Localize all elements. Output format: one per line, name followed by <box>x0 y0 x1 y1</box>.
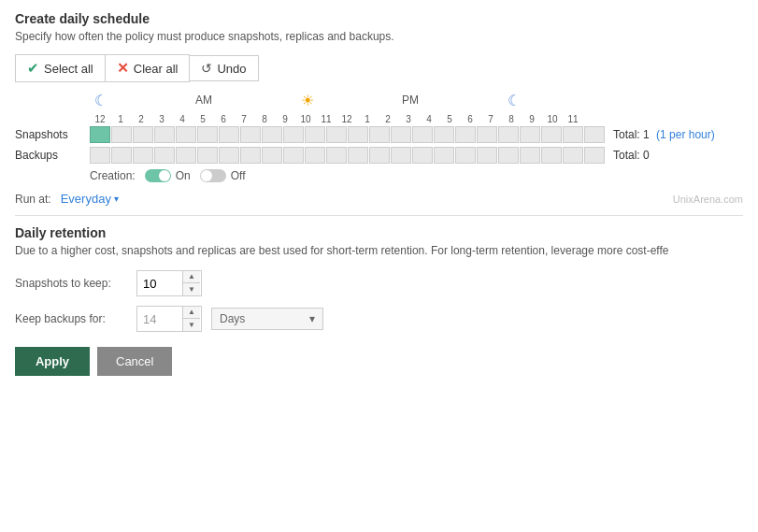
backup-cell[interactable] <box>154 147 175 164</box>
snapshot-cell[interactable] <box>262 126 282 143</box>
backups-keep-input[interactable] <box>137 309 182 330</box>
hour-label: 3 <box>398 114 419 124</box>
period-icons-row: ☾ AM ☀ PM ☾ <box>15 90 743 110</box>
backup-cell[interactable] <box>240 147 261 164</box>
backup-cell[interactable] <box>326 147 347 164</box>
snapshot-cell[interactable] <box>391 126 411 143</box>
backups-label: Backups <box>15 149 90 162</box>
snapshots-keep-spinner[interactable]: ▲ ▼ <box>136 270 202 296</box>
backup-cell[interactable] <box>305 147 325 164</box>
hour-label: 4 <box>419 114 439 124</box>
on-label: On <box>176 169 191 182</box>
snapshot-cell[interactable] <box>111 126 132 143</box>
schedule-grid: ☾ AM ☀ PM ☾ 1212345678910111212345678910… <box>15 90 743 182</box>
toggle-on[interactable]: On <box>145 169 191 182</box>
backup-cell[interactable] <box>434 147 454 164</box>
watermark: UnixArena.com <box>673 194 743 205</box>
toolbar: ✔ Select all ✕ Clear all ↺ Undo <box>15 54 743 82</box>
backup-cell[interactable] <box>563 147 583 164</box>
snapshot-cell[interactable] <box>176 126 196 143</box>
hour-label: 11 <box>316 114 336 124</box>
snapshots-keep-input[interactable] <box>137 273 182 295</box>
backups-keep-spinner-btns: ▲ ▼ <box>182 307 200 331</box>
snapshot-cell[interactable] <box>412 126 433 143</box>
cancel-button[interactable]: Cancel <box>97 347 172 376</box>
backups-keep-down-button[interactable]: ▼ <box>183 319 200 331</box>
snapshots-cells <box>90 126 606 143</box>
run-at-value: Everyday <box>61 192 111 206</box>
backups-unit-select[interactable]: Days ▾ <box>211 308 323 330</box>
hour-label: 3 <box>151 114 172 124</box>
backups-keep-up-button[interactable]: ▲ <box>183 307 200 319</box>
snapshot-cell[interactable] <box>348 126 368 143</box>
hour-label: 4 <box>172 114 193 124</box>
snapshot-cell[interactable] <box>240 126 261 143</box>
backup-cell[interactable] <box>348 147 368 164</box>
toggle-off-circle <box>200 169 226 182</box>
backup-cell[interactable] <box>176 147 196 164</box>
retention-desc: Due to a higher cost, snapshots and repl… <box>15 244 743 257</box>
snapshot-cell[interactable] <box>434 126 454 143</box>
snapshots-keep-down-button[interactable]: ▼ <box>183 283 200 295</box>
snapshot-cell[interactable] <box>520 126 540 143</box>
backup-cell[interactable] <box>520 147 540 164</box>
backup-cell[interactable] <box>197 147 218 164</box>
undo-label: Undo <box>217 62 246 76</box>
section-title: Create daily schedule <box>15 11 743 26</box>
snapshot-cell[interactable] <box>326 126 347 143</box>
backup-cell[interactable] <box>455 147 476 164</box>
backup-cell[interactable] <box>133 147 153 164</box>
toggle-off[interactable]: Off <box>200 169 246 182</box>
snapshot-cell[interactable] <box>584 126 605 143</box>
backup-cell[interactable] <box>541 147 562 164</box>
pm-label: PM <box>402 93 419 107</box>
backup-cell[interactable] <box>391 147 411 164</box>
backups-keep-row: Keep backups for: ▲ ▼ Days ▾ <box>15 306 743 332</box>
backups-keep-spinner[interactable]: ▲ ▼ <box>136 306 202 332</box>
clear-all-button[interactable]: ✕ Clear all <box>105 54 191 82</box>
snapshots-keep-row: Snapshots to keep: ▲ ▼ <box>15 270 743 296</box>
snapshot-cell[interactable] <box>563 126 583 143</box>
snapshot-cell[interactable] <box>305 126 325 143</box>
hour-label: 6 <box>460 114 480 124</box>
snapshot-cell[interactable] <box>541 126 562 143</box>
backup-cell[interactable] <box>111 147 132 164</box>
backup-cell[interactable] <box>283 147 304 164</box>
snapshot-cell[interactable] <box>369 126 390 143</box>
snapshot-cell[interactable] <box>154 126 175 143</box>
run-at-label: Run at: <box>15 193 51 206</box>
hour-label: 11 <box>563 114 583 124</box>
snapshots-keep-spinner-btns: ▲ ▼ <box>182 271 200 295</box>
backup-cell[interactable] <box>219 147 239 164</box>
backup-cell[interactable] <box>262 147 282 164</box>
backup-cell[interactable] <box>369 147 390 164</box>
backup-cell[interactable] <box>412 147 433 164</box>
hour-label: 7 <box>480 114 501 124</box>
hour-label: 8 <box>501 114 522 124</box>
retention-section: Daily retention Due to a higher cost, sn… <box>15 225 743 332</box>
retention-title: Daily retention <box>15 225 743 240</box>
backup-cell[interactable] <box>90 147 110 164</box>
snapshot-cell[interactable] <box>219 126 239 143</box>
snapshot-cell[interactable] <box>133 126 153 143</box>
snapshot-cell[interactable] <box>283 126 304 143</box>
backups-cells <box>90 147 606 164</box>
sun-icon: ☀ <box>301 92 314 109</box>
select-all-button[interactable]: ✔ Select all <box>15 54 105 82</box>
backups-row: Backups Total: 0 <box>15 147 743 164</box>
backup-cell[interactable] <box>584 147 605 164</box>
snapshots-keep-up-button[interactable]: ▲ <box>183 271 200 283</box>
snapshot-cell[interactable] <box>455 126 476 143</box>
backup-cell[interactable] <box>498 147 519 164</box>
page-container: Create daily schedule Specify how often … <box>15 11 743 376</box>
hour-label: 2 <box>131 114 151 124</box>
undo-button[interactable]: ↺ Undo <box>190 55 258 81</box>
run-at-dropdown[interactable]: Everyday ▾ <box>61 192 119 206</box>
am-label: AM <box>195 93 212 107</box>
snapshot-cell[interactable] <box>498 126 519 143</box>
backup-cell[interactable] <box>477 147 497 164</box>
snapshot-cell[interactable] <box>477 126 497 143</box>
snapshot-cell[interactable] <box>90 126 110 143</box>
apply-button[interactable]: Apply <box>15 347 90 376</box>
snapshot-cell[interactable] <box>197 126 218 143</box>
